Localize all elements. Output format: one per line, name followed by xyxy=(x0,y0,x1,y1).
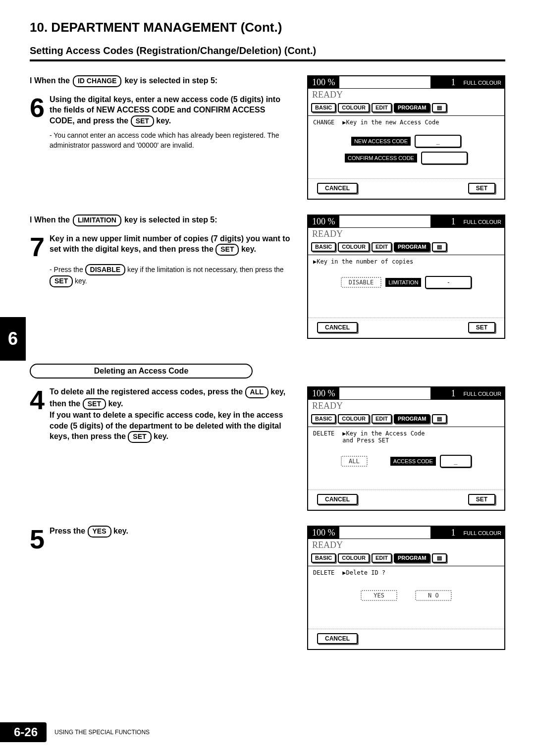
key-set: SET xyxy=(128,431,151,443)
tab-edit[interactable]: EDIT xyxy=(372,242,392,252)
chapter-title: 10. DEPARTMENT MANAGEMENT (Cont.) xyxy=(30,20,505,35)
ready-label: READY xyxy=(308,89,504,101)
set-button[interactable]: SET xyxy=(468,494,495,505)
copy-counter: 1 xyxy=(430,527,460,539)
copy-counter: 1 xyxy=(430,76,460,89)
step-4-instruction: To delete all the registered access code… xyxy=(50,386,292,443)
yes-button[interactable]: YES xyxy=(361,590,397,601)
set-button[interactable]: SET xyxy=(468,183,495,194)
input-access-code[interactable]: _ xyxy=(440,455,472,468)
step-number-4: 4 xyxy=(30,386,45,413)
ready-label: READY xyxy=(308,400,504,412)
zoom-value: 100 % xyxy=(308,216,339,228)
key-limitation: LIMITATION xyxy=(73,215,121,226)
tab-more-icon[interactable]: ▤ xyxy=(432,414,447,424)
mode-label: CHANGE xyxy=(313,119,334,126)
tab-basic[interactable]: BASIC xyxy=(311,242,336,252)
subheading-limitation: l When the LIMITATION key is selected in… xyxy=(30,215,292,226)
step-number-7: 7 xyxy=(30,233,45,260)
label-confirm-access-code: CONFIRM ACCESS CODE xyxy=(345,154,417,162)
ready-label: READY xyxy=(308,228,504,240)
cancel-button[interactable]: CANCEL xyxy=(317,183,358,194)
footer-label: USING THE SPECIAL FUNCTIONS xyxy=(54,729,150,736)
label-new-access-code: NEW ACCESS CODE xyxy=(351,137,411,146)
colour-mode: FULL COLOUR xyxy=(460,387,504,400)
step-7-instruction: Key in a new upper limit number of copie… xyxy=(50,233,292,256)
tab-basic[interactable]: BASIC xyxy=(311,414,336,424)
tab-program[interactable]: PROGRAM xyxy=(394,103,430,112)
page-number: 6-26 xyxy=(0,722,47,742)
prompt-text: ▶Delete ID ? xyxy=(342,569,385,576)
step-7-description: - Press the DISABLE key if the limitatio… xyxy=(50,264,292,287)
input-new-access-code[interactable]: _ xyxy=(415,135,461,148)
chapter-side-tab: 6 xyxy=(0,317,26,361)
key-all: ALL xyxy=(245,386,268,398)
cancel-button[interactable]: CANCEL xyxy=(317,633,358,644)
copy-counter: 1 xyxy=(430,387,460,400)
key-yes: YES xyxy=(88,526,111,538)
section-title: Setting Access Codes (Registration/Chang… xyxy=(30,45,505,61)
key-set: SET xyxy=(50,275,73,287)
key-set: SET xyxy=(215,244,239,256)
limitation-button[interactable]: LIMITATION xyxy=(385,278,421,287)
access-code-label: ACCESS CODE xyxy=(390,457,436,466)
cancel-button[interactable]: CANCEL xyxy=(317,494,358,505)
tab-basic[interactable]: BASIC xyxy=(311,553,336,563)
step-6-description: - You cannot enter an access code which … xyxy=(50,131,292,150)
step-number-6: 6 xyxy=(30,94,45,121)
colour-mode: FULL COLOUR xyxy=(460,527,504,539)
tab-program[interactable]: PROGRAM xyxy=(394,553,430,563)
tab-more-icon[interactable]: ▤ xyxy=(432,242,447,252)
tab-edit[interactable]: EDIT xyxy=(372,414,392,424)
colour-mode: FULL COLOUR xyxy=(460,216,504,228)
key-id-change: ID CHANGE xyxy=(73,75,122,87)
tab-basic[interactable]: BASIC xyxy=(311,103,336,112)
tab-program[interactable]: PROGRAM xyxy=(394,242,430,252)
zoom-value: 100 % xyxy=(308,527,339,539)
lcd-screen-confirm-delete: 100 % 1 FULL COLOUR READY BASIC COLOUR E… xyxy=(307,526,505,650)
tab-edit[interactable]: EDIT xyxy=(372,553,392,563)
copy-counter: 1 xyxy=(430,216,460,228)
input-confirm-access-code[interactable] xyxy=(421,152,468,164)
cancel-button[interactable]: CANCEL xyxy=(317,322,358,333)
input-limitation[interactable]: - xyxy=(425,276,472,289)
all-button[interactable]: ALL xyxy=(341,456,368,467)
tab-colour[interactable]: COLOUR xyxy=(338,242,370,252)
lcd-screen-change: 100 % 1 FULL COLOUR READY BASIC COLOUR E… xyxy=(307,75,505,200)
subsection-deleting: Deleting an Access Code xyxy=(30,364,253,378)
tab-program[interactable]: PROGRAM xyxy=(394,414,430,424)
ready-label: READY xyxy=(308,539,504,551)
key-disable: DISABLE xyxy=(85,264,125,276)
key-set: SET xyxy=(131,115,154,127)
colour-mode: FULL COLOUR xyxy=(460,76,504,89)
prompt-text: ▶Key in the new Access Code xyxy=(342,119,439,126)
zoom-value: 100 % xyxy=(308,76,339,89)
mode-label: DELETE xyxy=(313,569,334,576)
tab-more-icon[interactable]: ▤ xyxy=(432,553,447,563)
prompt-text: ▶Key in the Access Code and Press SET xyxy=(342,430,425,444)
mode-label: DELETE xyxy=(313,430,334,444)
subheading-id-change: l When the ID CHANGE key is selected in … xyxy=(30,75,292,87)
tab-colour[interactable]: COLOUR xyxy=(338,414,370,424)
zoom-value: 100 % xyxy=(308,387,339,400)
lcd-screen-limitation: 100 % 1 FULL COLOUR READY BASIC COLOUR E… xyxy=(307,215,505,339)
lcd-screen-delete: 100 % 1 FULL COLOUR READY BASIC COLOUR E… xyxy=(307,386,505,511)
step-5-instruction: Press the YES key. xyxy=(50,526,292,538)
set-button[interactable]: SET xyxy=(468,322,495,333)
step-6-instruction: Using the digital keys, enter a new acce… xyxy=(50,94,292,127)
prompt-text: ▶Key in the number of copies xyxy=(313,258,499,265)
key-set: SET xyxy=(83,398,106,410)
tab-colour[interactable]: COLOUR xyxy=(338,103,370,112)
tab-more-icon[interactable]: ▤ xyxy=(432,103,447,112)
tab-edit[interactable]: EDIT xyxy=(372,103,392,112)
disable-button[interactable]: DISABLE xyxy=(341,277,382,288)
tab-colour[interactable]: COLOUR xyxy=(338,553,370,563)
step-number-5: 5 xyxy=(30,526,45,552)
no-button[interactable]: N O xyxy=(415,590,452,601)
page-footer: 6-26 USING THE SPECIAL FUNCTIONS xyxy=(0,722,150,742)
